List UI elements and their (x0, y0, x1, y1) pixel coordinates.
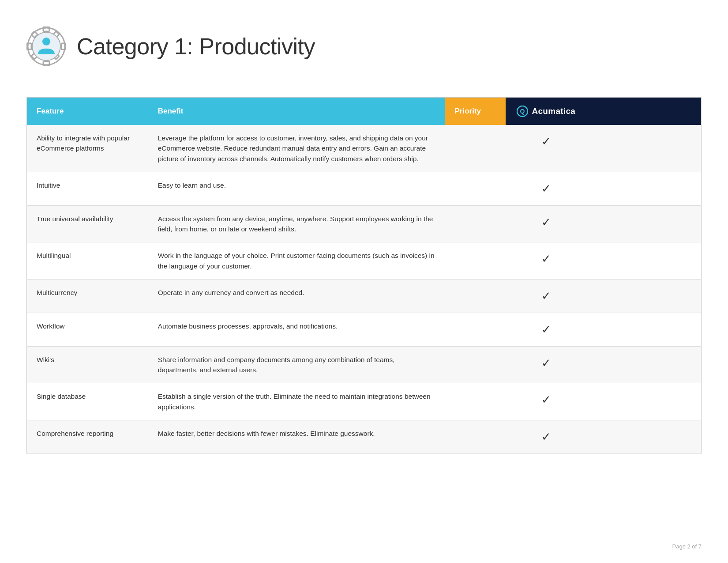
cell-acumatica: ✓ (506, 172, 586, 205)
cell-blank2 (644, 313, 702, 346)
table-row: Comprehensive reportingMake faster, bett… (27, 420, 702, 453)
cell-blank1 (587, 383, 644, 420)
check-icon: ✓ (541, 356, 551, 370)
col-header-benefit: Benefit (148, 98, 445, 125)
cell-feature: Ability to integrate with popular eComme… (27, 125, 148, 172)
cell-blank2 (644, 205, 702, 242)
cell-benefit: Operate in any currency and convert as n… (148, 279, 445, 313)
page-indicator: Page 2 of 7 (672, 543, 702, 550)
svg-rect-3 (27, 43, 31, 49)
cell-blank1 (587, 205, 644, 242)
cell-feature: Multilingual (27, 242, 148, 280)
cell-blank2 (644, 420, 702, 453)
cell-blank2 (644, 172, 702, 205)
check-icon: ✓ (541, 215, 551, 229)
cell-blank1 (587, 346, 644, 383)
cell-acumatica: ✓ (506, 125, 586, 172)
cell-feature: Multicurrency (27, 279, 148, 313)
cell-acumatica: ✓ (506, 205, 586, 242)
cell-acumatica: ✓ (506, 242, 586, 280)
cell-feature: Single database (27, 383, 148, 420)
cell-priority (445, 346, 506, 383)
cell-feature: Workflow (27, 313, 148, 346)
col-header-priority: Priority (445, 98, 506, 125)
cell-priority (445, 242, 506, 280)
svg-text:Q: Q (520, 108, 525, 115)
cell-blank1 (587, 125, 644, 172)
check-icon: ✓ (541, 135, 551, 148)
check-icon: ✓ (541, 289, 551, 302)
cell-acumatica: ✓ (506, 420, 586, 453)
cell-blank2 (644, 125, 702, 172)
cell-priority (445, 383, 506, 420)
cell-priority (445, 172, 506, 205)
cell-blank2 (644, 383, 702, 420)
check-icon: ✓ (541, 430, 551, 443)
category-icon (26, 26, 66, 66)
col-header-acumatica: Q Acumatica (506, 98, 586, 125)
cell-blank1 (587, 279, 644, 313)
cell-blank2 (644, 242, 702, 280)
page-footer: Page 2 of 7 (672, 543, 702, 550)
table-row: MultilingualWork in the language of your… (27, 242, 702, 280)
svg-rect-2 (43, 61, 49, 66)
cell-blank2 (644, 279, 702, 313)
acumatica-logo: Q Acumatica (515, 106, 577, 117)
table-row: Single databaseEstablish a single versio… (27, 383, 702, 420)
cell-blank1 (587, 420, 644, 453)
cell-benefit: Access the system from any device, anyti… (148, 205, 445, 242)
acumatica-logo-text: Acumatica (532, 106, 575, 116)
check-icon: ✓ (541, 252, 551, 265)
cell-benefit: Make faster, better decisions with fewer… (148, 420, 445, 453)
cell-acumatica: ✓ (506, 346, 586, 383)
cell-benefit: Easy to learn and use. (148, 172, 445, 205)
cell-priority (445, 420, 506, 453)
cell-blank1 (587, 313, 644, 346)
cell-priority (445, 279, 506, 313)
table-row: IntuitiveEasy to learn and use.✓ (27, 172, 702, 205)
cell-feature: Wiki's (27, 346, 148, 383)
cell-feature: Comprehensive reporting (27, 420, 148, 453)
cell-blank1 (587, 242, 644, 280)
cell-benefit: Work in the language of your choice. Pri… (148, 242, 445, 280)
svg-rect-4 (61, 43, 66, 49)
cell-benefit: Share information and company documents … (148, 346, 445, 383)
cell-benefit: Establish a single version of the truth.… (148, 383, 445, 420)
col-header-feature: Feature (27, 98, 148, 125)
cell-priority (445, 205, 506, 242)
table-row: Ability to integrate with popular eComme… (27, 125, 702, 172)
cell-acumatica: ✓ (506, 313, 586, 346)
svg-point-10 (42, 38, 50, 45)
cell-benefit: Leverage the platform for access to cust… (148, 125, 445, 172)
check-icon: ✓ (541, 182, 551, 195)
cell-priority (445, 313, 506, 346)
table-row: Wiki'sShare information and company docu… (27, 346, 702, 383)
svg-rect-1 (43, 27, 49, 31)
page-header: Category 1: Productivity (26, 18, 702, 75)
check-icon: ✓ (541, 393, 551, 406)
check-icon: ✓ (541, 323, 551, 336)
cell-benefit: Automate business processes, approvals, … (148, 313, 445, 346)
cell-acumatica: ✓ (506, 279, 586, 313)
cell-blank1 (587, 172, 644, 205)
cell-acumatica: ✓ (506, 383, 586, 420)
cell-priority (445, 125, 506, 172)
page-title: Category 1: Productivity (77, 33, 315, 60)
table-row: WorkflowAutomate business processes, app… (27, 313, 702, 346)
feature-table: Feature Benefit Priority Q Acumatica Abi… (26, 97, 702, 454)
table-row: MulticurrencyOperate in any currency and… (27, 279, 702, 313)
cell-feature: True universal availability (27, 205, 148, 242)
cell-feature: Intuitive (27, 172, 148, 205)
col-header-blank1 (587, 98, 644, 125)
cell-blank2 (644, 346, 702, 383)
col-header-blank2 (644, 98, 702, 125)
svg-point-9 (32, 32, 60, 60)
table-row: True universal availabilityAccess the sy… (27, 205, 702, 242)
